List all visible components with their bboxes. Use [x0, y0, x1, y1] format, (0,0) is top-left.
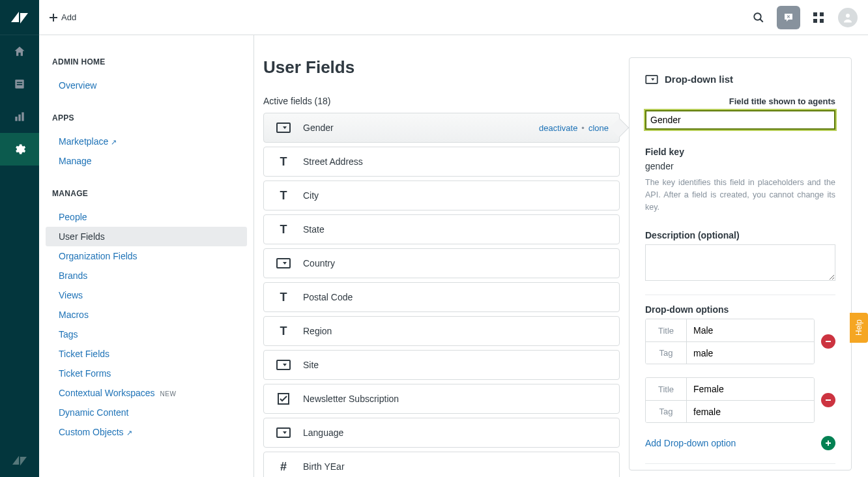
- svg-rect-14: [820, 12, 824, 16]
- description-label: Description (optional): [645, 230, 835, 240]
- svg-text:T: T: [280, 291, 287, 303]
- field-row[interactable]: TCity: [263, 181, 620, 210]
- svg-point-17: [846, 14, 850, 18]
- add-button[interactable]: Add: [50, 12, 76, 22]
- field-label: Gender: [303, 123, 539, 133]
- svg-rect-13: [813, 12, 817, 16]
- field-label: Birth YEar: [303, 461, 619, 472]
- sidebar-custom-objects[interactable]: Custom Objects↗: [39, 422, 253, 442]
- text-icon: T: [264, 291, 303, 303]
- field-label: Site: [303, 360, 619, 370]
- tickets-icon[interactable]: [0, 68, 39, 100]
- sidebar-dynamic-content[interactable]: Dynamic Content: [39, 403, 253, 422]
- sidebar-manage-apps[interactable]: Manage: [39, 151, 253, 171]
- option-tag-key: Tag: [646, 342, 687, 364]
- sidebar-overview[interactable]: Overview: [39, 76, 253, 95]
- svg-marker-8: [12, 455, 19, 465]
- sidebar-brands[interactable]: Brands: [39, 266, 253, 285]
- sidebar-user-fields[interactable]: User Fields: [46, 227, 247, 246]
- svg-rect-25: [277, 360, 290, 369]
- sidebar-macros[interactable]: Macros: [39, 305, 253, 325]
- active-fields-label: Active fields (18): [263, 96, 620, 106]
- svg-rect-7: [22, 112, 23, 121]
- field-row[interactable]: Site: [263, 350, 620, 380]
- sidebar-org-fields[interactable]: Organization Fields: [39, 246, 253, 266]
- reporting-icon[interactable]: [0, 100, 39, 133]
- svg-rect-30: [646, 75, 658, 83]
- field-key-label: Field key: [645, 147, 835, 157]
- field-key-helper: The key identifies this field in placeho…: [645, 177, 835, 213]
- text-icon: T: [264, 156, 303, 167]
- section-admin-home: ADMIN HOME: [39, 57, 253, 76]
- svg-rect-16: [820, 19, 824, 23]
- section-apps: APPS: [39, 113, 253, 132]
- svg-text:T: T: [280, 190, 287, 201]
- field-type-label: Drop-down list: [665, 74, 733, 85]
- option-title-key: Title: [646, 378, 687, 400]
- svg-text:T: T: [280, 224, 287, 235]
- svg-rect-4: [17, 84, 22, 85]
- add-option-button[interactable]: [821, 436, 835, 450]
- field-row[interactable]: TState: [263, 214, 620, 244]
- field-row[interactable]: Country: [263, 248, 620, 278]
- admin-gear-icon[interactable]: [0, 133, 39, 166]
- external-link-icon: ↗: [111, 138, 117, 146]
- svg-marker-1: [20, 13, 28, 23]
- sidebar-views[interactable]: Views: [39, 285, 253, 305]
- main-content: User Fields Active fields (18) Gender de…: [254, 35, 629, 477]
- add-label: Add: [61, 12, 76, 22]
- zendesk-logo-icon[interactable]: [0, 444, 39, 477]
- field-row[interactable]: #Birth YEar: [263, 452, 620, 477]
- field-row[interactable]: Language: [263, 418, 620, 448]
- svg-text:T: T: [280, 156, 287, 167]
- svg-rect-31: [826, 341, 831, 342]
- chat-icon[interactable]: ✕: [777, 6, 800, 29]
- description-input[interactable]: [645, 244, 835, 281]
- field-label: Region: [303, 326, 619, 336]
- field-row[interactable]: TStreet Address: [263, 147, 620, 177]
- field-actions: deactivate•clone: [539, 123, 619, 133]
- svg-rect-6: [18, 115, 20, 121]
- sidebar-marketplace[interactable]: Marketplace↗: [39, 132, 253, 151]
- clone-link[interactable]: clone: [588, 123, 609, 133]
- option-title-input[interactable]: [687, 319, 814, 341]
- sidebar-ticket-fields[interactable]: Ticket Fields: [39, 344, 253, 364]
- field-row-gender[interactable]: Gender deactivate•clone: [263, 113, 620, 143]
- top-bar: Add ✕: [39, 0, 868, 35]
- dropdown-icon: [264, 360, 303, 370]
- svg-rect-18: [277, 123, 290, 132]
- external-link-icon: ↗: [126, 429, 132, 437]
- home-icon[interactable]: [0, 35, 39, 68]
- search-icon[interactable]: [747, 6, 770, 29]
- field-row[interactable]: TPostal Code: [263, 282, 620, 312]
- sidebar-ticket-forms[interactable]: Ticket Forms: [39, 364, 253, 383]
- svg-rect-5: [15, 117, 17, 121]
- field-detail-panel: Drop-down list Field title shown to agen…: [629, 57, 852, 470]
- svg-point-10: [754, 13, 761, 20]
- sidebar-tags[interactable]: Tags: [39, 325, 253, 344]
- svg-rect-32: [826, 399, 831, 401]
- field-label: Newsletter Subscription: [303, 394, 619, 404]
- number-icon: #: [264, 461, 303, 472]
- options-label: Drop-down options: [645, 304, 835, 315]
- field-row[interactable]: Newsletter Subscription: [263, 384, 620, 414]
- field-row[interactable]: TRegion: [263, 316, 620, 346]
- option-tag-key: Tag: [646, 401, 687, 422]
- text-icon: T: [264, 325, 303, 337]
- dropdown-icon: [264, 427, 303, 438]
- apps-grid-icon[interactable]: [807, 6, 830, 29]
- field-title-input[interactable]: [645, 110, 835, 130]
- user-avatar[interactable]: [838, 8, 858, 27]
- sidebar-people[interactable]: People: [39, 207, 253, 227]
- option-title-input[interactable]: [687, 378, 814, 400]
- deactivate-link[interactable]: deactivate: [539, 123, 577, 133]
- remove-option-button[interactable]: [821, 393, 835, 407]
- dropdown-icon: [645, 75, 658, 84]
- help-tab[interactable]: Help: [850, 313, 868, 343]
- option-tag-input[interactable]: [687, 401, 814, 422]
- option-tag-input[interactable]: [687, 342, 814, 364]
- remove-option-button[interactable]: [821, 334, 835, 349]
- sidebar-contextual[interactable]: Contextual Workspaces NEW: [39, 383, 253, 403]
- brand-logo[interactable]: [0, 0, 39, 35]
- add-option-link[interactable]: Add Drop-down option: [645, 438, 736, 448]
